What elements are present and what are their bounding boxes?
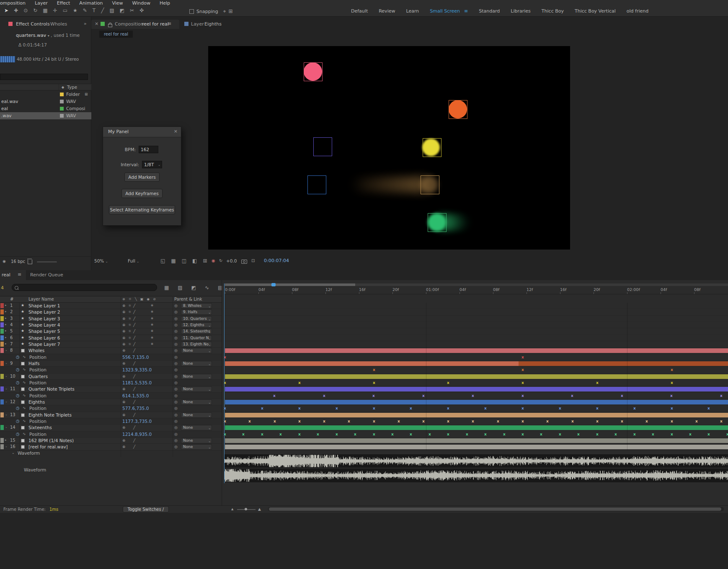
layer-duration-row[interactable]: [224, 316, 728, 322]
hand-tool-icon[interactable]: ✚: [14, 8, 18, 13]
keyframe-marker[interactable]: x: [503, 432, 506, 437]
position-value[interactable]: 1323.9,335.0: [122, 367, 152, 372]
keyframe-marker[interactable]: x: [348, 419, 350, 424]
shape-tool-icon[interactable]: ★: [73, 8, 77, 13]
project-row-folder[interactable]: Folder⊞: [0, 91, 91, 98]
keyframe-marker[interactable]: x: [484, 406, 487, 411]
twirl-icon[interactable]: ⌄: [5, 445, 8, 448]
layer-duration-row[interactable]: [224, 328, 728, 335]
work-area-bar[interactable]: [225, 283, 355, 286]
guides-icon[interactable]: ◧: [192, 258, 197, 264]
quality-switch-icon[interactable]: ╱: [133, 323, 135, 327]
snapshot-camera-icon[interactable]: [241, 260, 247, 264]
quality-switch-icon[interactable]: ╱: [133, 413, 135, 417]
panel-collapse-icon[interactable]: »: [84, 21, 87, 26]
menu-omposition[interactable]: omposition: [0, 0, 26, 6]
position-value[interactable]: 1214.8,935.0: [122, 432, 152, 437]
trash-icon[interactable]: [28, 260, 32, 264]
workspace-menu-icon[interactable]: ≡: [464, 8, 468, 14]
keyframe-marker[interactable]: x: [571, 419, 574, 424]
keyframe-marker[interactable]: x: [398, 419, 400, 424]
keyframe-row[interactable]: xxxxxxx: [224, 380, 728, 386]
keyframe-marker[interactable]: x: [596, 432, 599, 437]
layer-row-10[interactable]: ⌄10Quarters⊕╱◎None⌄: [0, 373, 222, 380]
ruler-label[interactable]: 16f: [560, 287, 566, 292]
keyframe-marker[interactable]: x: [614, 432, 617, 437]
layer-row-7[interactable]: ▸7★Shape Layer 7⊕☼╱◉◎13. Eighth No⌄: [0, 341, 222, 348]
position-property-row[interactable]: ◷∿Position1181.5,535.0◎: [0, 380, 222, 386]
graph-icon[interactable]: ∿: [23, 393, 26, 397]
layer-color-chip[interactable]: [0, 303, 4, 308]
keyframe-row[interactable]: xxxxxxxxxx: [224, 393, 728, 399]
add-markers-button[interactable]: Add Markers: [124, 173, 160, 182]
layer-duration-row[interactable]: [224, 425, 728, 431]
keyframe-marker[interactable]: x: [652, 432, 654, 437]
video-switch-icon[interactable]: ⊕: [122, 310, 125, 314]
layer-name[interactable]: Shape Layer 2: [28, 309, 60, 314]
layer-name[interactable]: 162 BPM (1/4 Notes): [28, 438, 74, 443]
keyframe-row[interactable]: xxxxxxxxxxxxxxxxxxxxx: [224, 418, 728, 425]
layer-duration-row[interactable]: [224, 303, 728, 309]
position-value[interactable]: 614.1,535.0: [122, 393, 149, 398]
eraser-tool-icon[interactable]: ◩: [120, 8, 124, 13]
type-column-header[interactable]: Type: [67, 85, 77, 90]
layer-color-chip[interactable]: [0, 361, 4, 366]
parent-select[interactable]: 9. Halfs⌄: [181, 309, 212, 315]
video-switch-icon[interactable]: ⊕: [122, 336, 125, 340]
project-filter-field[interactable]: [0, 74, 88, 80]
graph-icon[interactable]: ∿: [23, 367, 26, 371]
quarters-marker-ball[interactable]: [422, 139, 440, 156]
interpret-footage-icon[interactable]: ◉: [3, 259, 6, 263]
pick-whip-icon[interactable]: ◎: [174, 413, 178, 417]
layer-name-column-header[interactable]: Layer Name: [28, 297, 54, 301]
bit-depth-button[interactable]: 16 bpc: [11, 259, 25, 264]
layer-name[interactable]: Shape Layer 1: [28, 303, 60, 308]
thumbnail-size-slider[interactable]: [37, 261, 57, 263]
position-value[interactable]: 1181.5,535.0: [122, 380, 152, 385]
keyframe-marker[interactable]: x: [521, 406, 524, 411]
pick-whip-icon[interactable]: ◎: [174, 438, 178, 443]
layer-color-chip[interactable]: [0, 374, 4, 379]
layer-name[interactable]: [reel for real.wav]: [28, 444, 68, 449]
keyframe-marker[interactable]: x: [689, 432, 692, 437]
solo-switch-icon[interactable]: ☼: [128, 304, 132, 308]
roto-brush-tool-icon[interactable]: ✂: [130, 8, 134, 13]
graph-icon[interactable]: ∿: [23, 380, 26, 384]
layer-duration-row[interactable]: [224, 348, 728, 354]
keyframe-marker[interactable]: x: [521, 355, 524, 360]
project-row-wav[interactable]: .wavWAV: [0, 112, 91, 119]
project-row-eal[interactable]: ealComposi: [0, 105, 91, 112]
parent-select[interactable]: 8. Wholes⌄: [181, 303, 212, 309]
twirl-icon[interactable]: ⌄: [5, 413, 8, 416]
menu-window[interactable]: Window: [132, 0, 150, 6]
keyframe-marker[interactable]: x: [633, 406, 636, 411]
position-property-row[interactable]: ◷∿Position1323.9,335.0◎: [0, 367, 222, 373]
my-panel-window[interactable]: My Panel × BPM: Interval: 1/8T⌄ Add Mark…: [103, 126, 181, 226]
keyframe-marker[interactable]: x: [447, 432, 449, 437]
keyframe-marker[interactable]: x: [274, 419, 276, 424]
layer-name[interactable]: Wholes: [28, 348, 44, 353]
position-value[interactable]: 577.6,735.0: [122, 406, 149, 411]
keyframe-marker[interactable]: x: [373, 367, 375, 373]
pick-whip-icon[interactable]: ◎: [174, 368, 178, 372]
qnt-marker-box[interactable]: [313, 137, 332, 156]
region-of-interest-icon[interactable]: ◱: [160, 258, 165, 264]
layer-duration-bar[interactable]: [225, 425, 728, 430]
keyframe-marker[interactable]: x: [373, 406, 375, 411]
pick-whip-icon[interactable]: ◎: [174, 310, 178, 314]
pick-whip-icon[interactable]: ◎: [174, 419, 178, 423]
video-switch-icon[interactable]: ⊕: [122, 374, 125, 378]
zoom-tool-icon[interactable]: ⊙: [23, 8, 28, 13]
pick-whip-icon[interactable]: ◎: [174, 374, 178, 378]
solo-switch-icon[interactable]: ☼: [129, 297, 132, 301]
position-property-row[interactable]: ◷∿Position614.1,535.0◎: [0, 393, 222, 399]
quality-switch-icon[interactable]: ▣: [140, 297, 144, 301]
ruler-label[interactable]: 04f: [460, 287, 466, 292]
keyframe-marker[interactable]: x: [633, 432, 636, 437]
keyframe-marker[interactable]: x: [261, 406, 263, 411]
layer-duration-bar[interactable]: [225, 445, 728, 449]
solo-switch-icon[interactable]: ☼: [128, 310, 132, 314]
keyframe-row[interactable]: xxxxxxxxxxxxxx: [224, 405, 728, 412]
quality-switch-icon[interactable]: ╱: [133, 438, 135, 443]
video-switch-icon[interactable]: ⊕: [122, 425, 125, 430]
